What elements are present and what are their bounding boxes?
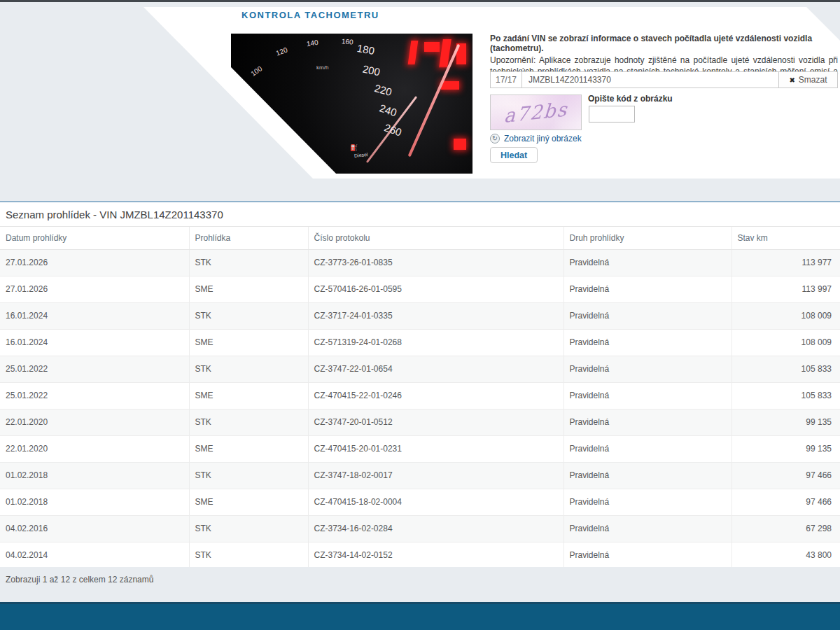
column-header-station: Prohlídka: [189, 227, 308, 250]
table-row: 16.01.2024SMECZ-571319-24-01-0268Pravide…: [0, 330, 840, 356]
cell-km: 67 298: [732, 516, 840, 542]
gauge-number: 120: [275, 46, 288, 57]
cell-station: STK: [189, 250, 308, 276]
cell-protocol: CZ-470415-20-01-0231: [308, 436, 564, 463]
cell-protocol: CZ-571319-24-01-0268: [308, 330, 564, 356]
cell-type: Pravidelná: [564, 410, 732, 436]
cell-date: 01.02.2018: [0, 489, 189, 516]
cell-type: Pravidelná: [564, 303, 732, 330]
cell-date: 27.01.2026: [0, 250, 189, 276]
digital-display-segment: [441, 81, 459, 90]
cell-date: 25.01.2022: [0, 356, 189, 383]
gauge-number: 180: [356, 42, 376, 57]
cell-station: STK: [189, 463, 308, 489]
cell-station: SME: [189, 489, 308, 516]
gauge-number: 240: [378, 102, 398, 119]
table-row: 25.01.2022SMECZ-470415-22-01-0246Pravide…: [0, 383, 840, 410]
table-row: 22.01.2020STKCZ-3747-20-01-0512Pravideln…: [0, 410, 840, 436]
cell-type: Pravidelná: [564, 356, 732, 383]
cell-date: 25.01.2022: [0, 383, 189, 410]
cell-type: Pravidelná: [564, 330, 732, 356]
cell-date: 22.01.2020: [0, 436, 189, 463]
search-button[interactable]: Hledat: [490, 147, 538, 163]
cell-date: 04.02.2016: [0, 516, 189, 542]
table-row: 04.02.2016STKCZ-3734-16-02-0284Pravideln…: [0, 516, 840, 542]
gauge-number: 100: [249, 64, 263, 78]
cell-station: STK: [189, 356, 308, 383]
vin-input[interactable]: [522, 72, 778, 88]
page-title: KONTROLA TACHOMETRU: [241, 10, 379, 20]
cell-station: SME: [189, 383, 308, 410]
refresh-captcha-link[interactable]: ↻ Zobrazit jiný obrázek: [490, 134, 582, 144]
cell-protocol: CZ-3747-18-02-0017: [308, 463, 564, 489]
cell-km: 113 977: [732, 250, 840, 276]
cell-protocol: CZ-3773-26-01-0835: [308, 250, 564, 276]
cell-station: SME: [189, 436, 308, 463]
captcha-label: Opište kód z obrázku: [588, 94, 673, 104]
column-header-protocol: Číslo protokolu: [308, 227, 564, 250]
cell-station: STK: [189, 303, 308, 330]
gauge-number: 140: [306, 38, 318, 48]
cell-protocol: CZ-3717-24-01-0335: [308, 303, 564, 330]
table-row: 01.02.2018SMECZ-470415-18-02-0004Pravide…: [0, 489, 840, 516]
digital-display-segment: [408, 41, 419, 64]
cell-km: 108 009: [732, 330, 840, 356]
column-header-km: Stav km: [732, 227, 840, 250]
table-row: 04.02.2014STKCZ-3734-14-02-0152Pravideln…: [0, 542, 840, 569]
table-row: 22.01.2020SMECZ-470415-20-01-0231Pravide…: [0, 436, 840, 463]
table-row: 27.01.2026STKCZ-3773-26-01-0835Pravideln…: [0, 250, 840, 276]
clear-vin-label: Smazat: [799, 75, 827, 85]
cell-date: 16.01.2024: [0, 303, 189, 330]
cell-km: 97 466: [732, 489, 840, 516]
cell-date: 16.01.2024: [0, 330, 189, 356]
table-row: 27.01.2026SMECZ-570416-26-01-0595Pravide…: [0, 276, 840, 303]
gauge-needle: [408, 44, 461, 157]
captcha-image: a72bs: [490, 94, 582, 130]
clear-vin-button[interactable]: ✖ Smazat: [778, 72, 837, 88]
table-row: 01.02.2018STKCZ-3747-18-02-0017Pravideln…: [0, 463, 840, 489]
table-row: 16.01.2024STKCZ-3717-24-01-0335Pravideln…: [0, 303, 840, 330]
cell-date: 22.01.2020: [0, 410, 189, 436]
cell-km: 105 833: [732, 383, 840, 410]
cell-km: 105 833: [732, 356, 840, 383]
cell-type: Pravidelná: [564, 276, 732, 303]
table-header-row: Datum prohlídky Prohlídka Číslo protokol…: [0, 227, 840, 250]
fuel-pump-icon: ⛽: [350, 144, 358, 151]
cell-km: 113 997: [732, 276, 840, 303]
cell-type: Pravidelná: [564, 516, 732, 542]
cell-protocol: CZ-3734-16-02-0284: [308, 516, 564, 542]
cell-type: Pravidelná: [564, 542, 732, 569]
captcha-input[interactable]: [589, 106, 635, 122]
cell-protocol: CZ-470415-18-02-0004: [308, 489, 564, 516]
cell-protocol: CZ-3734-14-02-0152: [308, 542, 564, 569]
cell-station: SME: [189, 276, 308, 303]
vin-input-group: 17/17 ✖ Smazat: [490, 71, 838, 88]
cell-type: Pravidelná: [564, 383, 732, 410]
diesel-label: Diesel: [354, 152, 368, 158]
cell-km: 108 009: [732, 303, 840, 330]
clear-x-icon: ✖: [789, 76, 794, 84]
cell-date: 04.02.2014: [0, 542, 189, 569]
digital-display-segment: [454, 139, 466, 150]
results-heading: Seznam prohlídek - VIN JMZBL14Z201143370: [0, 202, 840, 226]
results-section: Seznam prohlídek - VIN JMZBL14Z201143370…: [0, 201, 840, 567]
header-section: KONTROLA TACHOMETRU km/h ⛽ Diesel 100120…: [0, 2, 840, 201]
inspections-table-body: 27.01.2026STKCZ-3773-26-01-0835Pravideln…: [0, 250, 840, 569]
footer-bar: [0, 602, 840, 630]
table-row: 25.01.2022STKCZ-3747-22-01-0654Pravideln…: [0, 356, 840, 383]
refresh-captcha-label: Zobrazit jiný obrázek: [504, 134, 582, 144]
lower-gray-band: [0, 567, 840, 602]
speedometer-kmh-label: km/h: [316, 64, 328, 71]
cell-protocol: CZ-470415-22-01-0246: [308, 383, 564, 410]
speedometer-image: km/h ⛽ Diesel 10012014016018020022024026…: [231, 34, 472, 174]
cell-type: Pravidelná: [564, 463, 732, 489]
cell-date: 27.01.2026: [0, 276, 189, 303]
cell-km: 43 800: [732, 542, 840, 569]
column-header-type: Druh prohlídky: [564, 227, 732, 250]
cell-protocol: CZ-3747-20-01-0512: [308, 410, 564, 436]
cell-protocol: CZ-570416-26-01-0595: [308, 276, 564, 303]
gauge-number: 200: [362, 63, 382, 78]
cell-km: 99 135: [732, 410, 840, 436]
cell-station: STK: [189, 410, 308, 436]
column-header-date: Datum prohlídky: [0, 227, 189, 250]
